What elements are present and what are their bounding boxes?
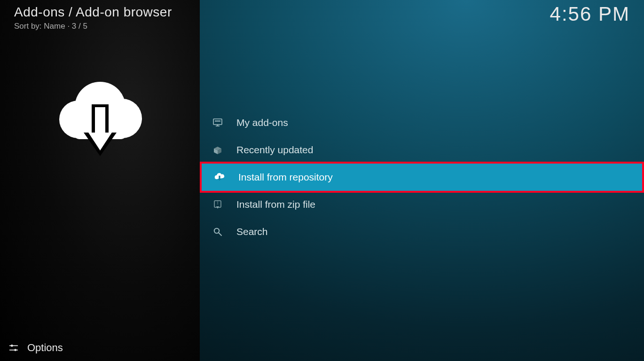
menu-item-label: Install from repository bbox=[238, 172, 333, 183]
sort-info: Sort by: Name · 3 / 5 bbox=[14, 22, 186, 31]
svg-line-25 bbox=[219, 233, 221, 235]
options-icon bbox=[8, 343, 19, 353]
menu-item-label: My add-ons bbox=[236, 117, 288, 128]
svg-rect-15 bbox=[215, 121, 220, 122]
box-open-icon bbox=[211, 143, 224, 157]
app-root: Add-ons / Add-on browser Sort by: Name ·… bbox=[0, 0, 644, 361]
sidebar-header: Add-ons / Add-on browser Sort by: Name ·… bbox=[0, 0, 200, 31]
svg-rect-19 bbox=[219, 176, 220, 179]
list-position: 3 / 5 bbox=[72, 22, 87, 31]
menu-item-install-from-zip[interactable]: Install from zip file bbox=[200, 191, 644, 218]
menu-item-install-from-repository[interactable]: Install from repository bbox=[200, 162, 644, 193]
breadcrumb: Add-ons / Add-on browser bbox=[14, 5, 186, 20]
main-panel: 4:56 PM My add-ons bbox=[200, 0, 644, 361]
menu-item-recently-updated[interactable]: Recently updated bbox=[200, 136, 644, 164]
search-icon bbox=[211, 225, 224, 238]
addon-menu: My add-ons Recently updated bbox=[200, 109, 644, 245]
sort-value: Name bbox=[44, 22, 65, 31]
clock: 4:56 PM bbox=[550, 3, 630, 25]
sort-prefix: Sort by: bbox=[14, 22, 44, 31]
svg-point-11 bbox=[14, 349, 16, 351]
menu-item-my-addons[interactable]: My add-ons bbox=[200, 109, 644, 136]
menu-item-label: Install from zip file bbox=[236, 199, 315, 210]
sort-separator: · bbox=[65, 22, 72, 31]
options-button[interactable]: Options bbox=[0, 335, 200, 361]
menu-item-label: Search bbox=[236, 226, 268, 237]
menu-item-label: Recently updated bbox=[236, 144, 313, 156]
svg-rect-12 bbox=[213, 119, 222, 125]
menu-item-search[interactable]: Search bbox=[200, 218, 644, 245]
cloud-download-icon bbox=[51, 71, 149, 165]
zip-download-icon bbox=[211, 198, 224, 211]
cloud-download-icon bbox=[213, 171, 226, 184]
svg-point-10 bbox=[11, 345, 13, 347]
options-label: Options bbox=[27, 342, 63, 354]
sidebar: Add-ons / Add-on browser Sort by: Name ·… bbox=[0, 0, 200, 361]
svg-marker-20 bbox=[218, 179, 221, 180]
svg-rect-6 bbox=[95, 107, 105, 133]
monitor-icon bbox=[211, 116, 224, 129]
